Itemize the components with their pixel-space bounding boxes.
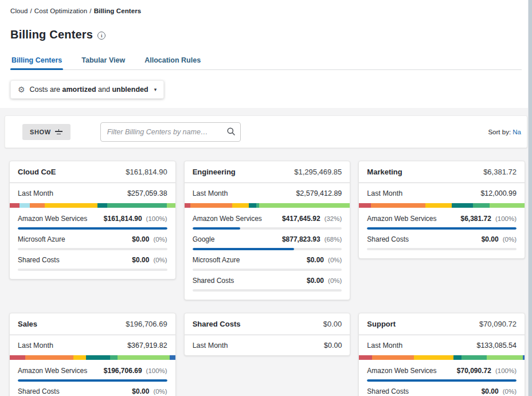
card-total: $196,706.69 bbox=[126, 320, 167, 328]
sort-by-label: Sort by: bbox=[488, 129, 511, 135]
costs-settings-dropdown[interactable]: ⚙ Costs are amortized and unblended ▾ bbox=[10, 80, 164, 99]
provider-list: Amazon Web Services$161,814.90(100%)Micr… bbox=[10, 208, 175, 279]
card-total: $70,090.72 bbox=[479, 320, 517, 328]
card-header: Cloud CoE$161,814.90 bbox=[10, 161, 175, 183]
last-month-label: Last Month bbox=[18, 189, 53, 197]
provider-row: Shared Costs$0.00(0%) bbox=[18, 250, 167, 271]
tab-billing-centers[interactable]: Billing Centers bbox=[10, 54, 63, 69]
billing-center-card[interactable]: Sales$196,706.69Last Month$367,919.82Ama… bbox=[9, 313, 176, 396]
provider-name: Amazon Web Services bbox=[18, 367, 87, 375]
last-month-row: Last Month$12,000.99 bbox=[359, 183, 525, 203]
billing-center-card[interactable]: Support$70,090.72Last Month$133,085.54Am… bbox=[358, 313, 525, 396]
provider-name: Microsoft Azure bbox=[193, 256, 240, 264]
bar-segment bbox=[232, 203, 249, 208]
bar-segment bbox=[10, 355, 25, 360]
provider-percent: (100%) bbox=[146, 215, 167, 222]
bar-segment bbox=[97, 203, 107, 208]
sort-by-link[interactable]: Na bbox=[513, 129, 521, 135]
provider-name: Amazon Web Services bbox=[367, 215, 436, 223]
info-icon[interactable]: i bbox=[97, 32, 105, 40]
bar-segment bbox=[190, 203, 233, 208]
gear-icon: ⚙ bbox=[18, 86, 25, 94]
provider-name: Amazon Web Services bbox=[193, 215, 262, 223]
bar-segment bbox=[371, 203, 425, 208]
provider-name: Shared Costs bbox=[18, 256, 60, 264]
billing-center-card[interactable]: Cloud CoE$161,814.90Last Month$257,059.3… bbox=[9, 161, 176, 279]
card-header: Marketing$6,381.72 bbox=[359, 161, 525, 183]
breadcrumb: Cloud/Cost Optimization/Billing Centers bbox=[10, 7, 522, 14]
provider-row: Shared Costs$0.00(0%) bbox=[193, 271, 342, 292]
provider-percent: (0%) bbox=[328, 257, 342, 263]
card-title[interactable]: Cloud CoE bbox=[18, 168, 56, 176]
provider-percent: (100%) bbox=[146, 367, 167, 374]
bar-segment bbox=[452, 203, 474, 208]
provider-row: Shared Costs$0.00(0%) bbox=[367, 230, 517, 250]
bar-segment bbox=[19, 203, 29, 208]
provider-name: Shared Costs bbox=[193, 277, 234, 285]
bar-segment bbox=[249, 203, 256, 208]
provider-row: Amazon Web Services$70,090.72(100%) bbox=[367, 361, 517, 382]
last-month-value: $367,919.82 bbox=[127, 341, 167, 350]
provider-amount: $6,381.72 bbox=[461, 215, 491, 223]
provider-amount: $0.00 bbox=[132, 387, 149, 395]
last-month-value: $133,085.54 bbox=[476, 341, 517, 350]
provider-percent: (100%) bbox=[495, 367, 517, 374]
provider-percent: (0%) bbox=[503, 236, 517, 243]
provider-percent: (100%) bbox=[495, 215, 517, 222]
search-icon[interactable] bbox=[226, 127, 236, 138]
page-header: Cloud/Cost Optimization/Billing Centers … bbox=[0, 0, 532, 108]
bar-segment bbox=[425, 203, 452, 208]
bar-segment bbox=[414, 355, 453, 360]
card-header: Shared Costs$0.00 bbox=[185, 313, 350, 335]
provider-row: Microsoft Azure$0.00(0%) bbox=[18, 230, 167, 250]
bar-segment bbox=[453, 355, 461, 360]
provider-amount: $0.00 bbox=[132, 235, 149, 243]
last-month-value: $12,000.99 bbox=[480, 189, 517, 197]
breadcrumb-cloud[interactable]: Cloud bbox=[10, 7, 28, 14]
search-input[interactable] bbox=[100, 122, 241, 142]
allocation-bar bbox=[10, 355, 175, 360]
billing-centers-grid: Cloud CoE$161,814.90Last Month$257,059.3… bbox=[5, 148, 527, 396]
card-title[interactable]: Sales bbox=[18, 320, 37, 328]
provider-name: Shared Costs bbox=[367, 235, 409, 243]
provider-row: Shared Costs$0.00(0%) bbox=[18, 382, 167, 396]
card-title[interactable]: Marketing bbox=[367, 168, 402, 176]
billing-center-card[interactable]: Marketing$6,381.72Last Month$12,000.99Am… bbox=[358, 161, 525, 259]
provider-amount: $0.00 bbox=[307, 277, 324, 285]
bar-segment bbox=[167, 203, 175, 208]
last-month-label: Last Month bbox=[367, 341, 402, 350]
provider-list: Amazon Web Services$6,381.72(100%)Shared… bbox=[359, 208, 525, 258]
provider-amount: $196,706.69 bbox=[104, 367, 142, 375]
billing-center-card[interactable]: Shared Costs$0.00Last Month$0.00 bbox=[184, 313, 351, 356]
card-title[interactable]: Shared Costs bbox=[193, 320, 241, 328]
allocation-bar bbox=[359, 355, 525, 360]
provider-name: Shared Costs bbox=[367, 387, 409, 395]
chevron-down-icon: ▾ bbox=[154, 87, 157, 92]
breadcrumb-current: Billing Centers bbox=[94, 7, 142, 14]
provider-percent: (68%) bbox=[324, 236, 342, 243]
tab-tabular-view[interactable]: Tabular View bbox=[80, 54, 126, 69]
provider-row: Google$877,823.93(68%) bbox=[193, 230, 342, 250]
provider-percent: (0%) bbox=[328, 277, 342, 284]
bar-segment bbox=[110, 355, 118, 360]
last-month-value: $257,059.38 bbox=[127, 189, 167, 197]
provider-name: Microsoft Azure bbox=[18, 235, 65, 243]
provider-row: Amazon Web Services$196,706.69(100%) bbox=[18, 361, 167, 382]
card-total: $6,381.72 bbox=[483, 168, 517, 176]
allocation-bar bbox=[185, 203, 350, 208]
card-header: Engineering$1,295,469.85 bbox=[185, 161, 350, 183]
provider-row: Amazon Web Services$6,381.72(100%) bbox=[367, 209, 517, 230]
tab-allocation-rules[interactable]: Allocation Rules bbox=[143, 54, 202, 69]
bar-segment bbox=[118, 355, 170, 360]
breadcrumb-cost-optimization[interactable]: Cost Optimization bbox=[34, 7, 87, 14]
billing-center-card[interactable]: Engineering$1,295,469.85Last Month$2,579… bbox=[184, 161, 351, 300]
card-title[interactable]: Support bbox=[367, 320, 396, 328]
provider-amount: $0.00 bbox=[482, 387, 499, 395]
show-filters-button[interactable]: SHOW bbox=[22, 124, 71, 140]
provider-name: Shared Costs bbox=[18, 387, 60, 395]
bar-segment bbox=[359, 203, 370, 208]
card-header: Support$70,090.72 bbox=[359, 313, 525, 335]
card-title[interactable]: Engineering bbox=[193, 168, 236, 176]
bar-segment bbox=[372, 355, 413, 360]
provider-progress bbox=[193, 289, 342, 292]
